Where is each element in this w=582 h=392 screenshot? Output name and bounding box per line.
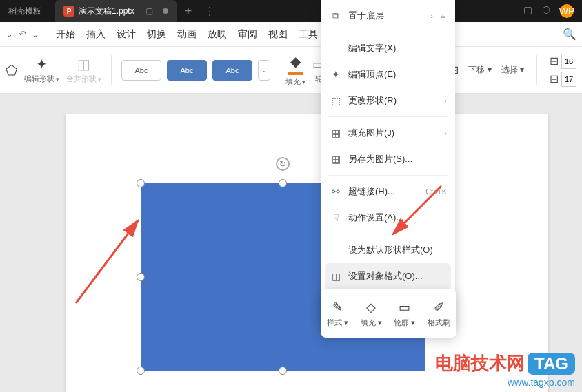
- float-fill-button[interactable]: ◇填充 ▾: [361, 300, 382, 328]
- label: 填充: [361, 318, 376, 327]
- format-toolbar: ⬠ ✦ 编辑形状 ▾ ◫ 合并形状 ▾ Abc Abc Abc ⌄ ◆ 填充 ▾…: [0, 47, 582, 94]
- float-format-painter-button[interactable]: ✐格式刷: [428, 300, 450, 328]
- shape-preset-1[interactable]: Abc: [121, 60, 161, 81]
- width-input[interactable]: 16: [561, 54, 576, 69]
- separator: [536, 55, 537, 85]
- menu-view[interactable]: 视图: [268, 28, 288, 41]
- separator: [328, 32, 448, 32]
- tab-more-icon[interactable]: ⋮: [204, 5, 215, 18]
- menu-transition[interactable]: 切换: [147, 28, 166, 41]
- ctx-format-object[interactable]: ◫设置对象格式(O)...: [325, 263, 451, 289]
- select-button[interactable]: 选择 ▾: [501, 64, 524, 76]
- separator: [328, 116, 448, 117]
- ctx-hyperlink[interactable]: ⚯超链接(H)...Ctrl+K: [321, 178, 455, 205]
- ctx-action-settings[interactable]: ☟动作设置(A)...: [321, 205, 455, 231]
- menu-bar: ⌄ ↶ ⌄ 开始 插入 设计 切换 动画 放映 审阅 视图 工具 🔍: [0, 22, 582, 47]
- undo-icon[interactable]: ↶: [19, 29, 26, 39]
- ctx-edit-points[interactable]: ✦编辑顶点(E): [321, 61, 455, 87]
- pentagon-tool[interactable]: ⬠: [6, 62, 17, 79]
- outline-icon: ▭: [399, 300, 410, 315]
- picture-icon: ▦: [330, 127, 341, 138]
- resize-handle[interactable]: [137, 179, 145, 187]
- shape-preset-2[interactable]: Abc: [167, 60, 207, 81]
- menu-review[interactable]: 审阅: [238, 28, 257, 41]
- watermark: 电脑技术网TAG www.tagxp.com: [435, 351, 575, 388]
- link-icon: ⚯: [330, 186, 341, 197]
- user-avatar[interactable]: WP: [560, 4, 574, 18]
- shape-preset-3[interactable]: Abc: [212, 60, 252, 81]
- ctx-fill-picture[interactable]: ▦填充图片(J)›: [321, 120, 455, 146]
- painter-icon: ✐: [434, 300, 444, 315]
- window-icon[interactable]: ▢: [523, 4, 532, 18]
- tab-label: 稻壳模板: [8, 6, 41, 17]
- ctx-label: 另存为图片(S)...: [348, 153, 412, 165]
- watermark-url: www.tagxp.com: [435, 377, 575, 388]
- points-icon: ✦: [330, 69, 341, 80]
- dropdown-icon[interactable]: ⌄: [6, 29, 13, 39]
- tab-add-button[interactable]: +: [177, 4, 201, 19]
- preset-more-button[interactable]: ⌄: [258, 60, 270, 81]
- ctx-save-as-picture[interactable]: ▦另存为图片(S)...: [321, 146, 455, 172]
- ctx-change-shape[interactable]: ⬚更改形状(R)›: [321, 87, 455, 114]
- chevron-right-icon: ›: [444, 129, 447, 137]
- edit-shape-button[interactable]: ✦ 编辑形状 ▾: [24, 56, 59, 84]
- floating-format-bar: ✎样式 ▾ ◇填充 ▾ ▭轮廓 ▾ ✐格式刷: [321, 289, 456, 338]
- move-down-button[interactable]: 下移 ▾: [468, 64, 491, 76]
- chevron-right-icon: ›: [444, 96, 447, 105]
- pptx-icon: P: [63, 6, 74, 17]
- monitor-icon: ▢: [146, 6, 153, 16]
- label: 合并形状: [66, 74, 97, 84]
- resize-handle[interactable]: [279, 367, 287, 375]
- fill-button[interactable]: ◆ 填充 ▾: [285, 53, 305, 87]
- fill-icon: ◇: [366, 300, 376, 315]
- tab-template[interactable]: 稻壳模板: [0, 0, 50, 22]
- tab-active[interactable]: P 演示文稿1.pptx ▢: [55, 0, 177, 22]
- height-input[interactable]: 17: [561, 72, 576, 87]
- resize-handle[interactable]: [137, 367, 145, 375]
- chevron-right-icon: ›: [430, 12, 433, 20]
- brush-icon: ✎: [332, 300, 343, 315]
- separator: [328, 234, 448, 234]
- tab-modified-dot: [163, 8, 168, 14]
- action-icon: ☟: [330, 212, 341, 223]
- cube-icon[interactable]: ⬡: [542, 4, 550, 18]
- context-menu: ⧉置于底层›⫨ 编辑文字(X) ✦编辑顶点(E) ⬚更改形状(R)› ▦填充图片…: [321, 0, 455, 327]
- watermark-text: 电脑技术网: [435, 353, 525, 373]
- ctx-label: 超链接(H)...: [348, 185, 395, 198]
- menu-start[interactable]: 开始: [56, 28, 75, 41]
- watermark-tag: TAG: [528, 353, 575, 375]
- menu-insert[interactable]: 插入: [86, 28, 106, 41]
- merge-shape-button[interactable]: ◫ 合并形状 ▾: [66, 56, 101, 84]
- menu-animation[interactable]: 动画: [177, 28, 197, 41]
- ctx-label: 置于底层: [348, 10, 384, 22]
- label: 格式刷: [428, 318, 450, 328]
- float-style-button[interactable]: ✎样式 ▾: [327, 300, 348, 328]
- redo-icon[interactable]: ⌄: [32, 29, 39, 39]
- float-outline-button[interactable]: ▭轮廓 ▾: [394, 300, 415, 328]
- ctx-send-to-back[interactable]: ⧉置于底层›⫨: [321, 3, 455, 29]
- height-icon: ⊟: [550, 72, 559, 85]
- rotation-handle[interactable]: ↻: [276, 157, 290, 171]
- ctx-label: 填充图片(J): [348, 127, 394, 139]
- ctx-label: 更改形状(R): [348, 94, 397, 107]
- separator: [111, 55, 112, 85]
- search-icon[interactable]: 🔍: [563, 28, 576, 41]
- menu-tools[interactable]: 工具: [299, 28, 318, 41]
- resize-handle[interactable]: [137, 273, 145, 281]
- width-icon: ⊟: [550, 54, 559, 68]
- tab-right-icons: ▢ ⬡ WP: [523, 4, 582, 18]
- ctx-label: 设置对象格式(O)...: [348, 270, 423, 282]
- label: 填充: [285, 76, 301, 87]
- ctx-label: 编辑顶点(E): [348, 68, 396, 81]
- menu-items: 开始 插入 设计 切换 动画 放映 审阅 视图 工具: [56, 28, 318, 41]
- format-icon: ◫: [330, 271, 341, 282]
- send-back-icon: ⫨: [439, 12, 447, 20]
- picture-icon: ▦: [330, 154, 341, 165]
- menu-design[interactable]: 设计: [117, 28, 136, 41]
- ctx-set-default-style[interactable]: 设为默认形状样式(O): [321, 237, 455, 263]
- menu-slideshow[interactable]: 放映: [208, 28, 227, 41]
- ctx-edit-text[interactable]: 编辑文字(X): [321, 35, 455, 61]
- resize-handle[interactable]: [279, 179, 287, 187]
- ctx-label: 编辑文字(X): [348, 42, 396, 54]
- label: 样式: [327, 318, 342, 327]
